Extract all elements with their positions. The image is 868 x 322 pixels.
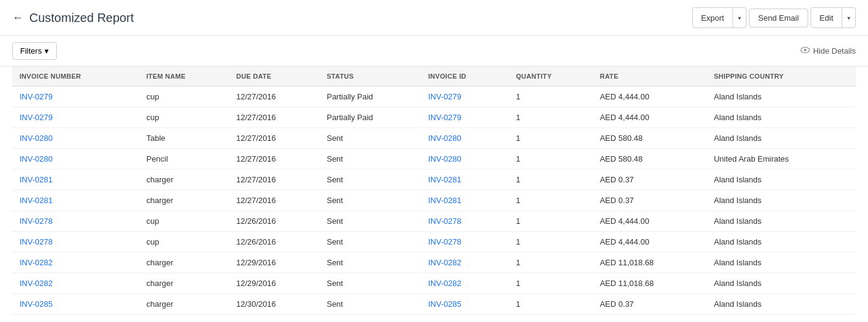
invoice-id-cell-link[interactable]: INV-0279 [428,113,461,122]
invoice-number-cell-link[interactable]: INV-0282 [20,279,52,288]
invoice-number-cell[interactable]: INV-0282 [12,273,139,294]
invoice-number-cell[interactable]: INV-0281 [12,170,139,190]
toolbar: Filters ▾ Hide Details [0,36,868,66]
due-date-cell: 12/27/2016 [229,170,319,190]
quantity-cell: 1 [508,170,593,190]
invoice-id-cell-link[interactable]: INV-0278 [428,216,461,226]
rate-cell: AED 11,018.68 [593,273,707,294]
col-rate: RATE [593,66,707,87]
invoice-id-cell[interactable]: INV-0280 [421,149,508,170]
shipping-country-cell: Aland Islands [706,273,856,294]
rate-cell: AED 0.37 [593,294,707,315]
invoice-number-cell-link[interactable]: INV-0285 [20,299,52,309]
table-row: INV-0282charger12/29/2016SentINV-02821AE… [12,273,856,294]
status-cell: Sent [319,252,421,273]
invoice-number-cell-link[interactable]: INV-0278 [20,237,52,246]
invoice-id-cell[interactable]: INV-0282 [421,252,508,273]
status-cell: Sent [319,170,421,190]
invoice-number-cell[interactable]: INV-0278 [12,211,139,232]
invoice-id-cell[interactable]: INV-0278 [421,232,508,252]
hide-details-button[interactable]: Hide Details [800,45,856,57]
invoice-id-cell-link[interactable]: INV-0278 [428,237,461,246]
invoice-number-cell-link[interactable]: INV-0282 [20,258,52,267]
invoice-id-cell[interactable]: INV-0285 [421,294,508,315]
send-email-button[interactable]: Send Email [749,9,808,27]
invoice-number-cell[interactable]: INV-0282 [12,252,139,273]
shipping-country-cell: Aland Islands [706,190,856,211]
export-button[interactable]: Export [693,9,733,27]
invoice-id-cell[interactable]: INV-0281 [421,170,508,190]
item-name-cell: cup [139,107,229,128]
invoice-id-cell-link[interactable]: INV-0280 [428,134,461,143]
rate-cell: AED 0.37 [593,190,707,211]
invoice-id-cell[interactable]: INV-0278 [421,211,508,232]
invoice-number-cell[interactable]: INV-0279 [12,87,139,107]
invoice-number-cell[interactable]: INV-0285 [12,315,139,323]
status-cell: Sent [319,315,421,323]
due-date-cell: 12/26/2016 [229,232,319,252]
invoice-number-cell[interactable]: INV-0280 [12,149,139,170]
invoice-id-cell[interactable]: INV-0280 [421,128,508,149]
filters-button[interactable]: Filters ▾ [12,42,57,60]
rate-cell: AED 580.48 [593,149,707,170]
quantity-cell: 1 [508,128,593,149]
edit-dropdown-arrow[interactable]: ▾ [842,10,855,26]
due-date-cell: 12/27/2016 [229,107,319,128]
col-invoice-id: INVOICE ID [421,66,508,87]
invoice-id-cell[interactable]: INV-0279 [421,87,508,107]
due-date-cell: 12/27/2016 [229,190,319,211]
invoice-id-cell[interactable]: INV-0279 [421,107,508,128]
invoice-id-cell-link[interactable]: INV-0281 [428,196,461,205]
invoice-number-cell[interactable]: INV-0278 [12,232,139,252]
table-row: INV-0280Table12/27/2016SentINV-02801AED … [12,128,856,149]
table-row: INV-0279cup12/27/2016Partially PaidINV-0… [12,107,856,128]
status-cell: Partially Paid [319,87,421,107]
item-name-cell: charger [139,315,229,323]
invoice-id-cell-link[interactable]: INV-0285 [428,299,461,309]
invoice-number-cell-link[interactable]: INV-0279 [20,113,52,122]
invoice-number-cell[interactable]: INV-0281 [12,190,139,211]
table-row: INV-0279cup12/27/2016Partially PaidINV-0… [12,87,856,107]
header-left: ← Customized Report [12,11,134,25]
item-name-cell: cup [139,211,229,232]
invoice-id-cell-link[interactable]: INV-0281 [428,175,461,184]
invoice-id-cell[interactable]: INV-0281 [421,190,508,211]
table-header-row: INVOICE NUMBER ITEM NAME DUE DATE STATUS… [12,66,856,87]
table-row: INV-0285charger12/30/2016SentINV-02851AE… [12,315,856,323]
invoice-id-cell-link[interactable]: INV-0280 [428,154,461,163]
export-dropdown-arrow[interactable]: ▾ [733,10,746,26]
table-body: INV-0279cup12/27/2016Partially PaidINV-0… [12,87,856,323]
quantity-cell: 1 [508,273,593,294]
quantity-cell: 1 [508,252,593,273]
rate-cell: AED 4,444.00 [593,211,707,232]
invoice-number-cell[interactable]: INV-0280 [12,128,139,149]
filters-label: Filters [20,46,42,55]
back-arrow-icon[interactable]: ← [12,12,23,24]
invoice-number-cell-link[interactable]: INV-0279 [20,92,52,101]
invoice-number-cell-link[interactable]: INV-0281 [20,175,52,184]
invoice-id-cell[interactable]: INV-0282 [421,273,508,294]
invoice-id-cell-link[interactable]: INV-0282 [428,258,461,267]
invoice-id-cell[interactable]: INV-0285 [421,315,508,323]
invoice-number-cell[interactable]: INV-0279 [12,107,139,128]
invoice-number-cell-link[interactable]: INV-0281 [20,196,52,205]
table-header: INVOICE NUMBER ITEM NAME DUE DATE STATUS… [12,66,856,87]
item-name-cell: Table [139,128,229,149]
item-name-cell: charger [139,170,229,190]
invoice-number-cell-link[interactable]: INV-0280 [20,134,52,143]
table-row: INV-0282charger12/29/2016SentINV-02821AE… [12,252,856,273]
due-date-cell: 12/27/2016 [229,87,319,107]
edit-button[interactable]: Edit [811,9,842,27]
col-invoice-number: INVOICE NUMBER [12,66,139,87]
quantity-cell: 1 [508,107,593,128]
status-cell: Sent [319,128,421,149]
invoice-id-cell-link[interactable]: INV-0279 [428,92,461,101]
status-cell: Sent [319,232,421,252]
export-button-group: Export ▾ [692,7,747,28]
quantity-cell: 1 [508,149,593,170]
invoice-number-cell-link[interactable]: INV-0280 [20,154,52,163]
invoice-id-cell-link[interactable]: INV-0282 [428,279,461,288]
invoice-number-cell[interactable]: INV-0285 [12,294,139,315]
shipping-country-cell: Aland Islands [706,128,856,149]
invoice-number-cell-link[interactable]: INV-0278 [20,216,52,226]
